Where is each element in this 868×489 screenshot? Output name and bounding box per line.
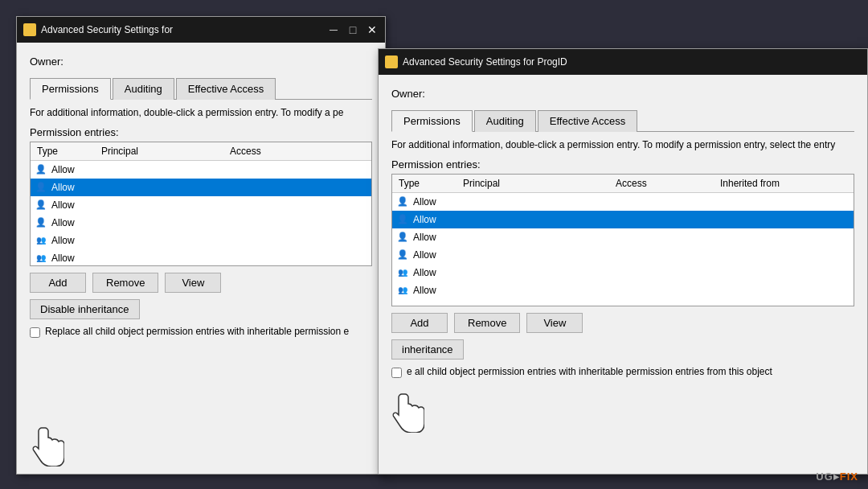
tabs-row2: Permissions Auditing Effective Access	[391, 109, 854, 132]
window1-body: Owner: Permissions Auditing Effective Ac…	[17, 43, 385, 474]
remove-button[interactable]: Remove	[92, 273, 158, 293]
allow-text: Allow	[51, 235, 100, 246]
table-row2[interactable]: 👤 Allow	[392, 193, 854, 211]
action-buttons: Add Remove View	[30, 273, 372, 293]
group-icon: 👥	[34, 252, 48, 265]
window2: Advanced Security Settings for ProgID Ow…	[378, 48, 868, 475]
owner-row2: Owner:	[391, 88, 854, 100]
minimize-button[interactable]: ─	[327, 23, 340, 36]
allow-text: Allow	[51, 164, 100, 175]
user-icon: 👤	[395, 213, 410, 226]
col-access: Access	[227, 144, 368, 158]
window1-title: Advanced Security Settings for	[41, 24, 322, 35]
replace-permissions-checkbox2[interactable]	[391, 368, 402, 378]
tab-permissions2[interactable]: Permissions	[391, 110, 473, 132]
allow-text: Allow	[51, 253, 100, 264]
checkbox-label2: e all child object permission entries wi…	[407, 366, 772, 377]
allow-text: Allow	[413, 214, 461, 225]
remove-button2[interactable]: Remove	[454, 313, 520, 333]
group-icon: 👥	[34, 234, 48, 247]
window2-title: Advanced Security Settings for ProgID	[403, 56, 861, 68]
info-text2: For additional information, double-click…	[391, 138, 854, 152]
col-access2: Access	[612, 176, 717, 191]
checkbox-label: Replace all child object permission entr…	[45, 326, 349, 337]
window1-icon	[23, 23, 36, 36]
table-row[interactable]: 👤 Allow	[31, 161, 371, 179]
tab-permissions[interactable]: Permissions	[30, 78, 111, 100]
user-icon: 👤	[34, 181, 48, 194]
allow-text: Allow	[413, 285, 461, 296]
table-row[interactable]: 👤 Allow	[31, 196, 371, 214]
table-row2[interactable]: 👥 Allow	[392, 281, 854, 299]
view-button2[interactable]: View	[526, 313, 583, 333]
table-row[interactable]: 👤 Allow	[31, 214, 371, 232]
owner-label2: Owner:	[391, 88, 425, 100]
window2-icon	[385, 55, 398, 68]
table-row2[interactable]: 👤 Allow	[392, 246, 854, 264]
tab-effective-access[interactable]: Effective Access	[176, 78, 276, 100]
table-row2[interactable]: 👤 Allow	[392, 228, 854, 246]
tab-auditing2[interactable]: Auditing	[474, 110, 536, 132]
col-principal: Principal	[98, 144, 227, 158]
col-type2: Type	[395, 176, 460, 191]
user-icon: 👤	[34, 216, 48, 229]
allow-text: Allow	[413, 232, 461, 243]
table-row[interactable]: 👥 Allow	[31, 232, 371, 249]
tab-auditing[interactable]: Auditing	[113, 78, 174, 100]
window2-titlebar: Advanced Security Settings for ProgID	[379, 49, 867, 75]
window1: Advanced Security Settings for ─ □ ✕ Own…	[16, 16, 386, 475]
table-row[interactable]: 👤 Allow	[31, 179, 371, 196]
table-header: Type Principal Access	[31, 142, 371, 161]
user-icon: 👤	[395, 231, 410, 244]
user-icon: 👤	[34, 163, 48, 176]
allow-text: Allow	[413, 267, 461, 278]
col-inherited: Inherited from	[717, 176, 821, 191]
tabs-row: Permissions Auditing Effective Access	[30, 77, 372, 100]
watermark-fix: FIX	[840, 471, 858, 483]
permission-table2[interactable]: Type Principal Access Inherited from 👤 A…	[391, 174, 854, 306]
checkbox-row: Replace all child object permission entr…	[30, 326, 372, 338]
table-row2[interactable]: 👥 Allow	[392, 264, 854, 281]
replace-permissions-checkbox[interactable]	[30, 327, 40, 338]
col-type: Type	[34, 144, 98, 158]
window1-titlebar: Advanced Security Settings for ─ □ ✕	[17, 17, 385, 43]
user-icon: 👤	[34, 199, 48, 212]
allow-text: Allow	[51, 199, 100, 211]
allow-text: Allow	[413, 196, 461, 208]
disable-inheritance-button[interactable]: Disable inheritance	[30, 299, 140, 319]
view-button[interactable]: View	[165, 273, 221, 293]
allow-text: Allow	[51, 182, 100, 193]
window1-controls[interactable]: ─ □ ✕	[327, 23, 379, 36]
owner-row: Owner:	[30, 55, 372, 68]
add-button[interactable]: Add	[30, 273, 86, 293]
disable-inheritance-button2[interactable]: inheritance	[391, 339, 464, 360]
table-row2[interactable]: 👤 Allow	[392, 211, 854, 228]
window2-body: Owner: Permissions Auditing Effective Ac…	[379, 75, 867, 474]
table-row[interactable]: 👥 Allow	[31, 249, 371, 266]
permission-table[interactable]: Type Principal Access 👤 Allow 👤 Allow 👤 …	[30, 142, 372, 266]
watermark: UG▸FIX	[816, 471, 858, 483]
allow-text: Allow	[413, 249, 461, 261]
add-button2[interactable]: Add	[391, 313, 448, 333]
user-icon: 👤	[395, 195, 410, 208]
close-button[interactable]: ✕	[366, 23, 379, 36]
permission-entries-label: Permission entries:	[30, 126, 372, 138]
checkbox-row2: e all child object permission entries wi…	[391, 366, 854, 378]
action-buttons2: Add Remove View	[391, 313, 854, 333]
maximize-button[interactable]: □	[346, 23, 359, 36]
tab-effective-access2[interactable]: Effective Access	[538, 110, 637, 132]
allow-text: Allow	[51, 217, 100, 228]
owner-label: Owner:	[30, 55, 63, 68]
col-principal2: Principal	[460, 176, 612, 191]
watermark-ug: UG	[816, 471, 833, 483]
info-text: For additional information, double-click…	[30, 106, 372, 120]
group-icon: 👥	[395, 266, 410, 279]
permission-entries-label2: Permission entries:	[391, 158, 854, 171]
table-header2: Type Principal Access Inherited from	[392, 175, 854, 193]
user-icon: 👤	[395, 249, 410, 261]
group-icon: 👥	[395, 284, 410, 297]
